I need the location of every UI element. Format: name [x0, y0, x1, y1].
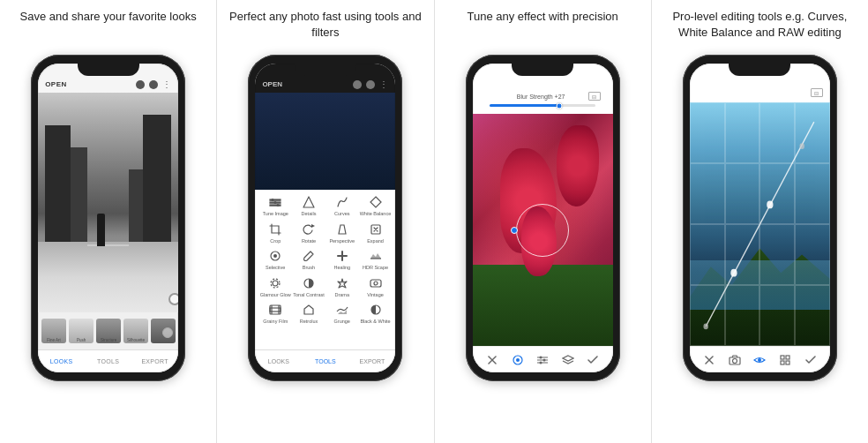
- phone-3: Blur Strength +27 ⊟: [466, 55, 620, 381]
- tools-row-2: Crop Rotate Perspective: [258, 222, 392, 244]
- tab-export-1[interactable]: EXPORT: [131, 358, 178, 364]
- svg-point-5: [277, 204, 280, 206]
- tool-brush-label: Brush: [303, 265, 315, 271]
- tool-drama-label: Drama: [334, 292, 349, 298]
- phone4-check-icon[interactable]: [804, 354, 817, 366]
- tool-hdr-scape[interactable]: HDR Scape: [360, 249, 392, 271]
- tool-curves[interactable]: Curves: [326, 195, 358, 217]
- tool-selective-label: Selective: [266, 265, 285, 271]
- phone-2-icon1: [353, 80, 362, 89]
- phone-2-topbar-icons: ⋮: [353, 79, 388, 89]
- phone4-camera-icon[interactable]: [729, 354, 741, 366]
- tool-curves-label: Curves: [334, 211, 349, 217]
- tab-tools-1[interactable]: TOOLS: [85, 358, 131, 364]
- selective-icon: [266, 249, 285, 263]
- selective-circle-icon[interactable]: [512, 354, 524, 366]
- svg-marker-8: [311, 224, 315, 228]
- blur-slider[interactable]: [490, 104, 595, 107]
- tool-healing-label: Healing: [333, 265, 350, 271]
- thumb-structure[interactable]: Structure: [96, 319, 121, 343]
- thumb-push-label: Push: [69, 338, 94, 342]
- tab-tools-2[interactable]: TOOLS: [302, 358, 348, 364]
- thumb-push[interactable]: Push: [69, 319, 94, 343]
- slider-thumb[interactable]: [557, 102, 563, 109]
- hdr-scape-icon: [366, 249, 385, 263]
- tool-tonal-contrast[interactable]: Tonal Contrast: [293, 276, 325, 298]
- thumb-silhouette-label: Silhouette: [123, 338, 148, 342]
- phone-1-thumbnails: Fine Art Push Structure Silhouette: [38, 312, 178, 349]
- tune-icon-small: ⊟: [588, 92, 601, 101]
- svg-point-3: [272, 199, 274, 201]
- tool-details-label: Details: [302, 211, 317, 217]
- thumb-silhouette[interactable]: Silhouette: [123, 319, 148, 343]
- tool-rotate-label: Rotate: [302, 238, 316, 244]
- phone-1-main-image: [38, 93, 178, 312]
- phone4-eye-icon[interactable]: [753, 354, 766, 366]
- expand-icon: [366, 222, 385, 237]
- tool-vintage-label: Vintage: [367, 292, 384, 298]
- phone-1-thumb-circle: [168, 293, 178, 305]
- tool-black-white[interactable]: Black & White: [360, 303, 392, 325]
- phone-4-bottombar: [690, 346, 830, 372]
- tool-selective[interactable]: Selective: [259, 249, 291, 271]
- tools-row-4: Glamour Glow Tonal Contrast Drama: [258, 276, 392, 298]
- tune-list-icon[interactable]: [536, 354, 549, 366]
- tool-perspective[interactable]: Perspective: [326, 222, 358, 244]
- tool-healing[interactable]: Healing: [326, 249, 358, 271]
- svg-point-4: [274, 201, 277, 204]
- rotate-icon: [299, 222, 318, 237]
- tonal-contrast-icon: [299, 276, 318, 290]
- phone4-grid-icon[interactable]: [779, 354, 791, 366]
- tool-glamour-glow-label: Glamour Glow: [260, 292, 291, 298]
- tool-retrolux-label: Retrolux: [300, 319, 318, 325]
- tool-crop[interactable]: Crop: [259, 222, 291, 244]
- phone-2-tools-grid: Tune Image Details Curves: [255, 190, 395, 349]
- tool-retrolux[interactable]: Retrolux: [293, 303, 325, 325]
- tool-glamour-glow[interactable]: Glamour Glow: [259, 276, 291, 298]
- thumb-extra[interactable]: [151, 319, 176, 343]
- tool-black-white-label: Black & White: [360, 319, 390, 325]
- tool-crop-label: Crop: [270, 238, 281, 244]
- tool-drama[interactable]: Drama: [326, 276, 358, 298]
- check-icon[interactable]: [587, 354, 599, 366]
- thumb-fine-art[interactable]: Fine Art: [41, 319, 66, 343]
- tab-looks-2[interactable]: LOOKS: [255, 358, 302, 364]
- tool-grunge[interactable]: Grunge: [326, 303, 358, 325]
- tool-tune-image[interactable]: Tune Image: [259, 195, 291, 217]
- healing-icon: [333, 249, 352, 263]
- tool-grunge-label: Grunge: [334, 319, 350, 325]
- black-white-icon: [366, 303, 385, 317]
- phone4-close-icon[interactable]: [703, 354, 715, 366]
- tool-tune-image-label: Tune Image: [263, 211, 288, 217]
- tool-vintage[interactable]: Vintage: [360, 276, 392, 298]
- close-icon[interactable]: [486, 354, 498, 366]
- tool-perspective-label: Perspective: [329, 238, 355, 244]
- vintage-icon: [366, 276, 385, 290]
- phone-1: OPEN ⋮: [31, 55, 185, 381]
- tool-white-balance-label: White Balance: [360, 211, 391, 217]
- panel-2: Perfect any photo fast using tools and f…: [217, 0, 434, 443]
- tool-expand[interactable]: Expand: [360, 222, 392, 244]
- tool-white-balance[interactable]: White Balance: [360, 195, 392, 217]
- phone-3-bottombar: [473, 346, 613, 372]
- phone-2-notch: [295, 64, 356, 76]
- circle-dot: [511, 227, 518, 234]
- tools-row-5: Grainy Film Retrolux Grunge: [258, 303, 392, 325]
- tab-looks-1[interactable]: LOOKS: [38, 358, 85, 364]
- layers-icon[interactable]: [562, 354, 574, 366]
- tool-grainy-film[interactable]: Grainy Film: [259, 303, 291, 325]
- svg-point-12: [273, 254, 277, 258]
- phone-1-screen: OPEN ⋮: [38, 64, 178, 372]
- tool-rotate[interactable]: Rotate: [293, 222, 325, 244]
- blur-slider-fill: [490, 104, 560, 107]
- tool-brush[interactable]: Brush: [293, 249, 325, 271]
- tool-details[interactable]: Details: [293, 195, 325, 217]
- svg-point-33: [540, 361, 542, 364]
- phone-1-icon-circle1: [136, 80, 145, 89]
- svg-point-27: [516, 358, 520, 362]
- phone-1-tabs: LOOKS TOOLS EXPORT: [38, 349, 178, 372]
- phone-2-open-label: OPEN: [262, 80, 282, 88]
- tab-export-2[interactable]: EXPORT: [348, 358, 395, 364]
- phone-2-icon2: [366, 80, 375, 89]
- phone-4: ⊟: [683, 55, 837, 381]
